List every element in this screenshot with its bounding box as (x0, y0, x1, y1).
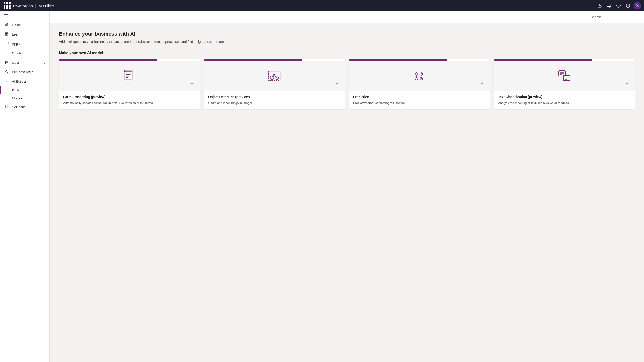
topbar-ai-builder-label: AI Builder (39, 4, 54, 8)
help-icon-button[interactable] (624, 2, 632, 10)
waffle-icon (4, 2, 10, 9)
gear-icon (616, 4, 621, 8)
text-classification-icon (557, 68, 572, 84)
sidebar-sub-item-models[interactable]: Models (0, 94, 49, 102)
card-icon-area: + (494, 60, 634, 91)
card-desc: Analyze the meaning of text, like review… (498, 101, 630, 105)
solutions-icon (4, 105, 9, 109)
card-desc: Count and label things in images. (208, 101, 340, 105)
card-title: Prediction (353, 95, 485, 99)
prediction-card[interactable]: + Prediction Predict whether something w… (349, 60, 490, 109)
search-bar[interactable] (583, 14, 639, 21)
svg-rect-6 (7, 32, 8, 34)
object-detection-card[interactable]: + Object Detection (preview) Count and l… (204, 60, 345, 109)
card-body: Form Processing (preview) Automatically … (59, 91, 200, 109)
svg-point-30 (415, 72, 418, 76)
help-icon (626, 4, 630, 8)
user-avatar[interactable] (634, 2, 641, 10)
ai-builder-chevron-icon: ⌃ (43, 80, 46, 83)
form-processing-icon (122, 68, 137, 84)
card-icon-area: + (59, 60, 200, 91)
page-subtitle-text: Add intelligence to your business. Creat… (59, 40, 207, 44)
topbar-powerapps-label[interactable]: PowerApps (13, 4, 33, 8)
svg-rect-9 (5, 42, 8, 44)
card-icon-area: + (204, 60, 345, 91)
svg-point-29 (274, 74, 274, 75)
text-classification-card[interactable]: + Text Classification (preview) Analyze … (494, 60, 634, 109)
ai-cards-grid: + Form Processing (preview) Automaticall… (59, 60, 634, 109)
form-processing-card[interactable]: + Form Processing (preview) Automaticall… (59, 60, 200, 109)
sidebar-item-create[interactable]: Create (0, 48, 49, 58)
sidebar-apps-label: Apps (12, 42, 46, 46)
sidebar-item-data[interactable]: Data ⌄ (0, 58, 49, 68)
svg-point-15 (6, 81, 7, 82)
sidebar-data-label: Data (12, 61, 40, 64)
topbar-brand: PowerApps | AI Builder (13, 3, 59, 8)
card-title: Form Processing (preview) (63, 95, 196, 99)
svg-point-1 (618, 5, 619, 6)
main-content: Enhance your business with AI Add intell… (50, 23, 644, 362)
topbar-separator: | (35, 3, 36, 8)
search-icon (586, 16, 589, 19)
card-title: Object Detection (preview) (208, 95, 340, 99)
card-desc: Automatically handle routine documents, … (63, 101, 196, 105)
sidebar-collapse-button[interactable] (0, 11, 49, 20)
notifications-icon-button[interactable] (605, 2, 613, 10)
learn-more-link[interactable]: Learn more (207, 40, 224, 44)
home-icon (4, 22, 9, 27)
card-plus-icon: + (336, 80, 338, 86)
topbar: PowerApps | AI Builder (0, 0, 644, 11)
svg-point-14 (6, 60, 8, 62)
sidebar-learn-label: Learn (12, 32, 46, 36)
svg-rect-8 (6, 34, 6, 35)
svg-point-16 (586, 16, 588, 18)
search-input[interactable] (591, 15, 636, 19)
sidebar-build-label: Build (12, 88, 20, 92)
card-desc: Predict whether something will happen. (353, 101, 485, 105)
sidebar-solutions-label: Solutions (12, 105, 46, 109)
card-body: Object Detection (preview) Count and lab… (204, 91, 345, 109)
hamburger-icon (4, 14, 8, 18)
waffle-menu-button[interactable] (3, 2, 11, 10)
svg-rect-7 (7, 34, 8, 35)
download-icon (598, 4, 602, 8)
app-layout: Home Learn Apps Create Data ⌄ (0, 11, 644, 362)
svg-rect-43 (564, 76, 570, 80)
section-heading: Make your own AI model (59, 51, 634, 55)
sidebar-item-learn[interactable]: Learn (0, 30, 49, 39)
sidebar-business-logic-label: Business logic (12, 70, 40, 74)
search-bar-container (50, 11, 644, 23)
card-body: Text Classification (preview) Analyze th… (494, 91, 634, 109)
data-chevron-icon: ⌄ (43, 61, 46, 64)
sidebar-sub-item-build[interactable]: Build (0, 86, 49, 94)
card-icon-area: + (349, 60, 490, 91)
sidebar-create-label: Create (12, 52, 46, 55)
sidebar-models-label: Models (12, 96, 23, 100)
apps-icon (4, 42, 9, 46)
settings-icon-button[interactable] (614, 2, 623, 10)
sidebar-item-apps[interactable]: Apps (0, 39, 49, 48)
business-logic-chevron-icon: ⌄ (43, 71, 46, 74)
learn-icon (4, 32, 9, 37)
download-icon-button[interactable] (596, 2, 604, 10)
page-title: Enhance your business with AI (59, 31, 634, 37)
sidebar-item-ai-builder[interactable]: AI Builder ⌃ (0, 77, 49, 86)
card-plus-icon: + (626, 80, 628, 86)
data-icon (4, 60, 9, 65)
svg-rect-5 (6, 32, 6, 34)
card-plus-icon: + (190, 80, 194, 86)
card-title: Text Classification (preview) (498, 95, 630, 99)
object-detection-icon (267, 68, 282, 84)
sidebar-item-solutions[interactable]: Solutions (0, 102, 49, 112)
prediction-icon (412, 68, 427, 84)
bell-icon (607, 4, 611, 8)
svg-rect-26 (269, 71, 280, 80)
sidebar-item-home[interactable]: Home (0, 20, 49, 30)
sidebar: Home Learn Apps Create Data ⌄ (0, 11, 50, 362)
svg-rect-22 (124, 72, 132, 81)
business-logic-icon (4, 70, 9, 74)
sidebar-home-label: Home (12, 23, 46, 27)
svg-point-4 (637, 4, 638, 6)
sidebar-item-business-logic[interactable]: Business logic ⌄ (0, 68, 49, 77)
user-icon (635, 4, 640, 8)
